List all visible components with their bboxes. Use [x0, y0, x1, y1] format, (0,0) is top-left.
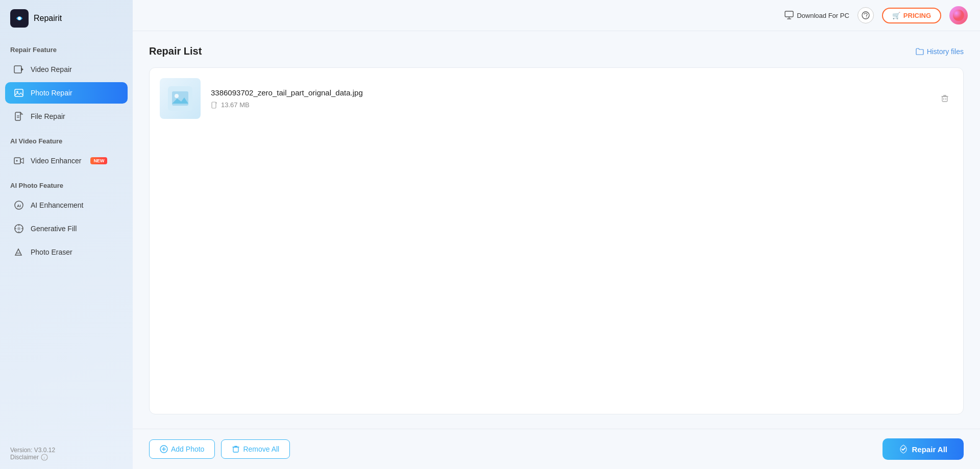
- bottom-bar: Add Photo Remove All Repair All: [133, 429, 980, 469]
- file-thumbnail: [160, 78, 201, 119]
- svg-rect-2: [14, 66, 21, 73]
- download-for-pc-btn[interactable]: Download For PC: [785, 11, 849, 20]
- remove-icon: [232, 445, 240, 453]
- svg-text:i: i: [44, 456, 45, 460]
- svg-rect-39: [233, 447, 238, 452]
- repair-icon: [899, 445, 908, 454]
- add-photo-button[interactable]: Add Photo: [149, 439, 215, 459]
- pricing-label: PRICING: [903, 12, 931, 19]
- remove-all-label: Remove All: [243, 445, 279, 453]
- svg-marker-3: [21, 67, 23, 71]
- bottom-left-actions: Add Photo Remove All: [149, 439, 290, 459]
- add-icon: [160, 445, 168, 453]
- svg-point-14: [17, 227, 20, 230]
- ai-video-feature-section-label: AI Video Feature: [0, 128, 133, 149]
- sidebar-item-file-repair[interactable]: File Repair: [5, 106, 128, 127]
- sidebar-item-video-repair-label: Video Repair: [31, 65, 72, 73]
- logo-icon: [10, 9, 29, 28]
- svg-rect-33: [942, 96, 947, 102]
- logo-bar: Repairit: [0, 0, 133, 37]
- svg-rect-6: [15, 112, 20, 120]
- sidebar-item-ai-enhancement[interactable]: AI AI Enhancement: [5, 194, 128, 216]
- sidebar-item-video-enhancer-label: Video Enhancer: [31, 157, 81, 165]
- sidebar: Repairit Repair Feature Video Repair Pho…: [0, 0, 133, 469]
- video-repair-icon: [13, 64, 24, 75]
- ai-photo-feature-section-label: AI Photo Feature: [0, 172, 133, 193]
- sidebar-item-video-repair[interactable]: Video Repair: [5, 59, 128, 80]
- video-enhancer-icon: [13, 155, 24, 166]
- sidebar-item-photo-repair[interactable]: Photo Repair: [5, 82, 128, 104]
- repair-all-label: Repair All: [912, 445, 947, 454]
- delete-file-button[interactable]: [937, 90, 953, 107]
- image-thumbnail-icon: [168, 86, 192, 111]
- history-files-label: History files: [927, 47, 964, 56]
- ai-enhancement-icon: AI: [13, 200, 24, 211]
- topbar: Download For PC 🛒 PRICING: [133, 0, 980, 31]
- svg-point-1: [18, 17, 21, 20]
- download-for-pc-label: Download For PC: [797, 12, 849, 19]
- photo-repair-icon: [13, 87, 24, 98]
- repair-all-button[interactable]: Repair All: [883, 438, 964, 460]
- svg-rect-32: [212, 102, 216, 108]
- pricing-button[interactable]: 🛒 PRICING: [882, 8, 941, 23]
- headset-icon: [862, 11, 870, 19]
- monitor-icon: [785, 11, 794, 20]
- svg-text:AI: AI: [17, 204, 21, 208]
- generative-fill-icon: [13, 223, 24, 234]
- add-photo-label: Add Photo: [171, 445, 204, 453]
- content-header: Repair List History files: [149, 45, 964, 57]
- trash-icon: [940, 94, 949, 103]
- file-size: 13.67 MB: [221, 101, 250, 109]
- sidebar-item-video-enhancer[interactable]: Video Enhancer NEW: [5, 150, 128, 171]
- repair-list-title: Repair List: [149, 45, 202, 57]
- table-row: 3386093702_zero_tail_part_orignal_data.j…: [150, 72, 963, 125]
- svg-rect-23: [785, 11, 793, 17]
- sidebar-item-generative-fill[interactable]: Generative Fill: [5, 218, 128, 239]
- svg-point-10: [16, 160, 18, 162]
- disclaimer-link[interactable]: Disclaimer i: [10, 454, 122, 461]
- file-list: 3386093702_zero_tail_part_orignal_data.j…: [149, 67, 964, 414]
- pricing-cart-icon: 🛒: [892, 12, 900, 19]
- sidebar-footer: Version: V3.0.12 Disclaimer i: [0, 438, 133, 469]
- sidebar-item-photo-repair-label: Photo Repair: [31, 89, 72, 97]
- main-panel: Download For PC 🛒 PRICING: [133, 0, 980, 469]
- file-size-icon: [211, 102, 218, 109]
- help-button[interactable]: [857, 7, 874, 23]
- svg-point-26: [862, 12, 869, 19]
- folder-icon: [916, 47, 924, 56]
- file-size-row: 13.67 MB: [211, 101, 937, 109]
- new-badge: NEW: [90, 157, 107, 164]
- history-files-button[interactable]: History files: [916, 47, 964, 56]
- remove-all-button[interactable]: Remove All: [221, 439, 290, 459]
- svg-rect-4: [15, 89, 23, 96]
- avatar-image: [953, 10, 964, 21]
- content-area: Repair List History files: [133, 31, 980, 429]
- repair-feature-section-label: Repair Feature: [0, 37, 133, 58]
- sidebar-item-file-repair-label: File Repair: [31, 112, 65, 120]
- photo-eraser-icon: [13, 246, 24, 258]
- app-name: Repairit: [34, 14, 62, 23]
- svg-marker-19: [15, 249, 21, 255]
- file-repair-icon: [13, 111, 24, 122]
- file-name: 3386093702_zero_tail_part_orignal_data.j…: [211, 88, 937, 97]
- sidebar-item-photo-eraser-label: Photo Eraser: [31, 248, 72, 256]
- info-icon: i: [41, 454, 48, 461]
- file-info: 3386093702_zero_tail_part_orignal_data.j…: [211, 88, 937, 109]
- sidebar-item-ai-enhancement-label: AI Enhancement: [31, 201, 84, 209]
- svg-point-28: [953, 10, 964, 21]
- svg-point-27: [866, 17, 867, 17]
- sidebar-item-generative-fill-label: Generative Fill: [31, 225, 77, 233]
- sidebar-item-photo-eraser[interactable]: Photo Eraser: [5, 241, 128, 263]
- version-text: Version: V3.0.12: [10, 447, 122, 454]
- svg-point-31: [175, 94, 179, 98]
- user-avatar[interactable]: [949, 6, 968, 24]
